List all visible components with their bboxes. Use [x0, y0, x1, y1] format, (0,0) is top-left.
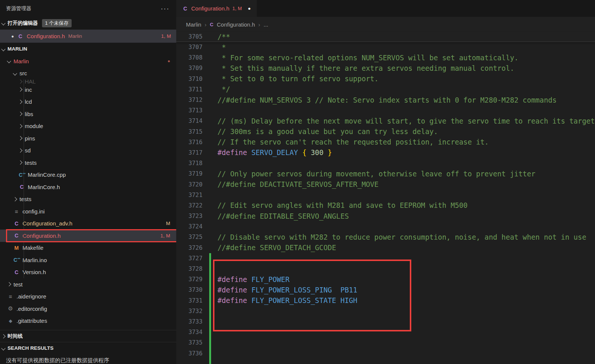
tree-item-label: pins [25, 135, 35, 142]
unsaved-dot-icon[interactable]: ● [11, 34, 14, 39]
open-editors-header[interactable]: 打开的编辑器 1 个未保存 [0, 17, 176, 30]
code-text [217, 349, 222, 357]
tree-item-label: .aiderignore [16, 293, 46, 300]
c-file-icon: C [210, 22, 213, 27]
sidebar-title-row: 资源管理器 ··· [0, 0, 176, 17]
tree-file-marlincore-h[interactable]: CMarlinCore.h [0, 181, 176, 193]
line-number: 3731 [176, 297, 202, 304]
search-results-label: SEARCH RESULTS [7, 345, 54, 351]
tree-folder-test[interactable]: test [0, 278, 176, 291]
search-results-section-header[interactable]: SEARCH RESULTS [0, 342, 176, 354]
code-line-3729: 3729#define FLY_POWER [176, 274, 595, 285]
code-line-3731: 3731#define FLY_POWER_LOSS_STATE HIGH [176, 295, 595, 306]
code-text: // Only power servos during movement, ot… [217, 170, 535, 178]
line-number: 3729 [176, 276, 202, 283]
tree-item-label: config.ini [22, 208, 45, 215]
code-text [217, 265, 222, 273]
tree-file-marlin-ino[interactable]: C++Marlin.ino [0, 254, 176, 266]
sticky-line-code: /** [217, 33, 230, 41]
tree-file--gitattributes[interactable]: ◆.gitattributes [0, 315, 176, 327]
code-text [217, 254, 222, 262]
chevron-down-icon [7, 59, 11, 63]
gear-icon: ⚙ [7, 305, 13, 312]
tree-file-marlincore-cpp[interactable]: C++MarlinCore.cpp [0, 169, 176, 181]
tree-file--aiderignore[interactable]: ≡.aiderignore [0, 291, 176, 303]
sticky-scroll-line[interactable]: 3705 /** [176, 32, 595, 42]
indent-guide [24, 79, 24, 278]
chevron-right-icon [18, 112, 22, 116]
tab-unsaved-dot-icon[interactable]: ● [248, 6, 251, 11]
tree-folder-sd[interactable]: sd [0, 145, 176, 157]
open-editor-item-configuration-h[interactable]: ● C Configuration.h Marlin 1, M [0, 30, 176, 43]
editor-code[interactable]: 3707 *3708 * For some servo-related opti… [176, 42, 595, 364]
chevron-right-icon [18, 79, 22, 84]
tree-item-label: inc [25, 87, 32, 93]
tree-file-config-ini[interactable]: ≡config.ini [0, 205, 176, 218]
vscode-window: 资源管理器 ··· 打开的编辑器 1 个未保存 ● C Configuratio… [0, 0, 595, 364]
code-line-3719: 3719// Only power servos during movement… [176, 169, 595, 179]
tree-folder-marlin[interactable]: Marlin● [0, 55, 176, 67]
code-text: #define FLY_POWER [217, 276, 289, 283]
tree-item-label: MarlinCore.h [28, 184, 60, 190]
tab-bar: C Configuration.h 1, M ● [176, 0, 595, 17]
chevron-right-icon [7, 282, 11, 286]
tab-configuration-h[interactable]: C Configuration.h 1, M ● [176, 0, 257, 17]
code-line-3726: 3726//#define SERVO_DETACH_GCODE [176, 243, 595, 253]
tree-folder-module[interactable]: module [0, 120, 176, 133]
line-number: 3722 [176, 202, 202, 209]
c-file-icon: C [17, 33, 23, 39]
code-line-3730: 3730#define FLY_POWER_LOSS_PING PB11 [176, 285, 595, 295]
tab-problems-badge: 1, M [232, 6, 242, 11]
line-number: 3736 [176, 350, 202, 357]
code-text: */ [217, 85, 230, 93]
line-number: 3707 [176, 44, 202, 51]
workspace-label: MARLIN [7, 46, 27, 52]
code-line-3717: 3717#define SERVO_DELAY { 300 } [176, 148, 595, 158]
tree-folder-tests[interactable]: tests [0, 157, 176, 169]
tree-file-version-h[interactable]: CVersion.h [0, 266, 176, 279]
c-file-icon: C [182, 6, 188, 12]
tree-item-label: MarlinCore.cpp [28, 172, 66, 178]
tree-folder-inc[interactable]: inc [0, 84, 176, 96]
breadcrumb-separator-icon: › [205, 21, 207, 28]
breadcrumb-symbol[interactable]: ... [264, 21, 268, 28]
code-text [217, 107, 222, 115]
tree-item-label: tests [25, 160, 37, 166]
timeline-section-header[interactable]: 时间线 [0, 330, 176, 342]
code-text [217, 160, 222, 167]
tree-file--editorconfig[interactable]: ⚙.editorconfig [0, 303, 176, 315]
git-status-badge: 1, M [160, 233, 170, 239]
open-editors-label: 打开的编辑器 [7, 20, 38, 27]
line-number: 3712 [176, 97, 202, 103]
tree-folder-pins[interactable]: pins [0, 132, 176, 145]
tree-folder-hal[interactable]: HAL [0, 79, 176, 84]
code-line-3734: 3734 [176, 327, 595, 337]
chevron-down-icon [1, 47, 5, 51]
c-file-icon: C [13, 233, 19, 239]
tree-folder-libs[interactable]: libs [0, 108, 176, 120]
workspace-section-header[interactable]: MARLIN [0, 43, 176, 55]
breadcrumb-file[interactable]: Configuration.h [217, 21, 255, 28]
line-number: 3728 [176, 266, 202, 272]
code-text [217, 328, 222, 336]
code-text [217, 307, 222, 315]
tree-file-makefile[interactable]: MMakefile [0, 242, 176, 254]
code-line-3720: 3720//#define DEACTIVATE_SERVOS_AFTER_MO… [176, 179, 595, 189]
line-number: 3720 [176, 181, 202, 188]
tree-file-configuration-adv-h[interactable]: CConfiguration_adv.hM [0, 218, 176, 230]
code-line-3708: 3708 * For some servo-related options NU… [176, 52, 595, 63]
tree-folder-lcd[interactable]: lcd [0, 96, 176, 108]
code-line-3715: 3715// 300ms is a good value but you can… [176, 127, 595, 137]
code-line-3711: 3711 */ [176, 84, 595, 95]
more-actions-icon[interactable]: ··· [161, 7, 169, 10]
tree-folder-src[interactable]: src [0, 67, 176, 80]
tree-folder-tests[interactable]: tests [0, 193, 176, 206]
line-number: 3726 [176, 245, 202, 251]
line-number: 3725 [176, 234, 202, 240]
code-text: //#define NUM_SERVOS 3 // Note: Servo in… [217, 96, 557, 104]
tree-file-configuration-h[interactable]: CConfiguration.h1, M [0, 230, 176, 242]
git-status-badge: M [166, 221, 170, 226]
tree-item-label: tests [19, 196, 31, 202]
breadcrumb-root[interactable]: Marlin [186, 21, 201, 28]
makefile-icon: M [13, 245, 19, 251]
